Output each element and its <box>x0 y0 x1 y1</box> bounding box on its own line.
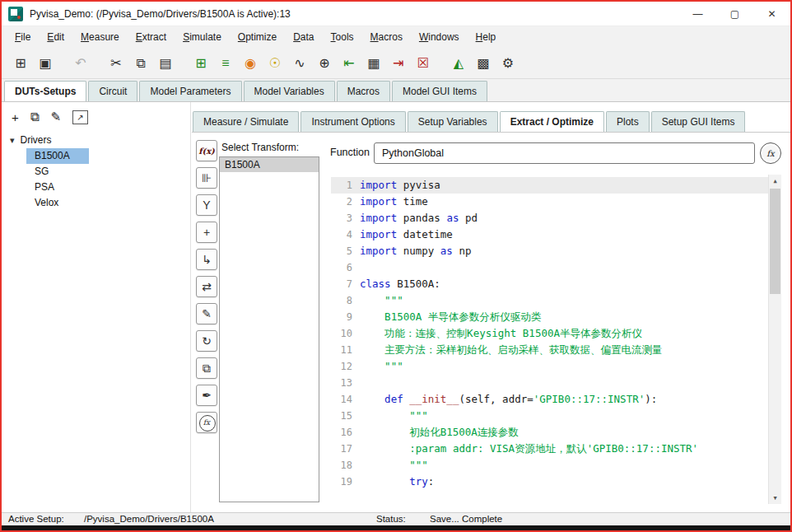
code-line: 8 """ <box>331 292 768 309</box>
display-plot-icon[interactable]: ⊞ <box>190 53 212 74</box>
code-line: 15 """ <box>331 408 768 424</box>
code-line: 10 功能：连接、控制Keysight B1500A半导体参数分析仪 <box>331 325 768 342</box>
menu-simulate[interactable]: Simulate <box>175 27 230 47</box>
menu-measure[interactable]: Measure <box>72 27 128 47</box>
window-controls: — ▢ ✕ <box>679 2 790 26</box>
transform-item-b1500a[interactable]: B1500A <box>220 157 319 172</box>
menu-windows[interactable]: Windows <box>411 27 468 47</box>
setup-tab-extract-optimize[interactable]: Extract / Optimize <box>500 111 604 132</box>
fx-circle-icon[interactable]: fx <box>196 412 217 433</box>
copy-icon[interactable]: ⧉ <box>130 53 151 74</box>
code-text: def __init__(self, addr='GPIB0::17::INST… <box>352 391 657 408</box>
line-number: 8 <box>331 292 352 309</box>
undo-icon[interactable]: ↶ <box>70 53 91 74</box>
tab-model-variables[interactable]: Model Variables <box>244 81 335 101</box>
display-list-icon[interactable]: ≡ <box>215 53 236 74</box>
transform-list[interactable]: B1500A <box>219 156 319 502</box>
clear-table-icon[interactable]: ☒ <box>412 53 434 74</box>
close-button[interactable]: ✕ <box>753 2 790 26</box>
line-number: 2 <box>331 194 352 210</box>
minimize-button[interactable]: — <box>679 2 716 26</box>
scroll-down-icon[interactable]: ▼ <box>769 492 781 504</box>
save-icon[interactable]: ▣ <box>35 53 56 74</box>
code-line: 12 """ <box>331 358 768 375</box>
tree-root-label: Drivers <box>21 134 52 146</box>
copy-pages-icon[interactable]: ⧉ <box>196 357 217 379</box>
code-text: """ <box>352 457 428 474</box>
menu-data[interactable]: Data <box>285 27 322 47</box>
code-line: 9 B1500A 半导体参数分析仪驱动类 <box>331 309 768 325</box>
setup-tab-setup-gui-items[interactable]: Setup GUI Items <box>651 111 746 132</box>
new-transform-icon[interactable]: f(x) <box>196 140 217 161</box>
tree-item-b1500a[interactable]: B1500A <box>26 148 89 164</box>
fill-icon[interactable]: ✒ <box>196 385 217 406</box>
tab-duts-setups[interactable]: DUTs-Setups <box>4 81 86 101</box>
setup-tab-instrument-options[interactable]: Instrument Options <box>300 111 405 132</box>
tree-item-psa[interactable]: PSA <box>26 180 89 195</box>
open-examples-icon[interactable]: ⊞ <box>10 53 31 74</box>
tree-root-drivers[interactable]: ▾ Drivers <box>2 132 190 148</box>
setup-tab-setup-variables[interactable]: Setup Variables <box>408 111 498 132</box>
tune-fast-icon[interactable]: ◉ <box>240 53 261 74</box>
function-input[interactable] <box>374 142 755 164</box>
menu-tools[interactable]: Tools <box>323 27 362 47</box>
dut-setup-panel: +⧉✎↗ ▾ Drivers B1500ASGPSAVelox <box>2 102 191 512</box>
settings-icon[interactable]: ⚙ <box>497 53 519 74</box>
scroll-up-icon[interactable]: ▲ <box>769 175 781 187</box>
line-number: 6 <box>331 259 352 276</box>
paste-icon[interactable]: ▤ <box>155 53 176 74</box>
edit-page-icon[interactable]: ✎ <box>196 303 217 324</box>
tree-item-velox[interactable]: Velox <box>26 195 89 211</box>
tab-model-gui-items[interactable]: Model GUI Items <box>392 81 487 101</box>
tab-circuit[interactable]: Circuit <box>88 81 137 101</box>
windows-grid-icon[interactable]: ▦ <box>363 53 384 74</box>
menu-file[interactable]: File <box>7 27 39 47</box>
export-data-icon[interactable]: ⇥ <box>388 53 409 74</box>
menu-optimize[interactable]: Optimize <box>230 27 285 47</box>
edit-dut-icon[interactable]: ✎ <box>50 110 61 124</box>
page-arrow-icon[interactable]: ↳ <box>196 249 217 270</box>
menu-help[interactable]: Help <box>468 27 505 47</box>
duplicate-dut-icon[interactable]: ⧉ <box>30 110 40 124</box>
tab-model-parameters[interactable]: Model Parameters <box>139 81 241 101</box>
add-transform-icon[interactable]: + <box>196 222 217 243</box>
line-number: 10 <box>331 325 352 342</box>
cut-icon[interactable]: ✂ <box>105 53 127 74</box>
maximize-button[interactable]: ▢ <box>716 2 753 26</box>
add-dut-icon[interactable]: + <box>12 110 19 124</box>
menu-macros[interactable]: Macros <box>362 27 411 47</box>
code-editor[interactable]: 1import pyvisa2import time3import pandas… <box>331 175 781 504</box>
code-line: 16 初始化B1500A连接参数 <box>331 424 768 441</box>
import-data-icon[interactable]: ⇤ <box>338 53 360 74</box>
transform-toolbar: f(x)⊪Y+↳⇄✎↻⧉✒fx <box>196 140 219 433</box>
menu-edit[interactable]: Edit <box>39 27 72 47</box>
refresh-page-icon[interactable]: ↻ <box>196 330 217 352</box>
tab-macros[interactable]: Macros <box>337 81 390 101</box>
plots-icon[interactable]: ◭ <box>448 53 469 74</box>
menu-extract[interactable]: Extract <box>128 27 175 47</box>
line-number: 14 <box>331 391 352 408</box>
vertical-scrollbar[interactable]: ▲ ▼ <box>768 175 781 504</box>
code-text: """ <box>352 408 428 424</box>
chevron-down-icon[interactable]: ▾ <box>10 135 15 146</box>
gui-globe-icon[interactable]: ⊕ <box>314 53 335 74</box>
setup-tab-measure-simulate[interactable]: Measure / Simulate <box>193 111 299 132</box>
code-text: try: <box>352 474 434 490</box>
line-number: 3 <box>331 210 352 226</box>
swap-windows-icon[interactable]: ⇄ <box>196 276 217 297</box>
setup-tab-plots[interactable]: Plots <box>606 111 650 132</box>
select-transform-label: Select Transform: <box>221 142 299 153</box>
code-text <box>352 375 360 391</box>
instrument-transform-icon[interactable]: ⊪ <box>196 167 217 189</box>
simulate-icon[interactable]: ☉ <box>264 53 286 74</box>
function-fx-button[interactable]: fx <box>760 142 781 164</box>
gui-items-icon[interactable]: ▩ <box>473 53 494 74</box>
open-window-icon[interactable]: ↗ <box>72 110 88 124</box>
tree-item-sg[interactable]: SG <box>26 164 89 180</box>
status-label: Status: <box>376 514 406 524</box>
wye-transform-icon[interactable]: Y <box>196 194 217 216</box>
scrollbar-thumb[interactable] <box>770 189 780 294</box>
optimize-icon[interactable]: ∿ <box>289 53 310 74</box>
main-tab-bar: DUTs-SetupsCircuitModel ParametersModel … <box>2 79 790 102</box>
code-line: 2import time <box>331 194 768 210</box>
